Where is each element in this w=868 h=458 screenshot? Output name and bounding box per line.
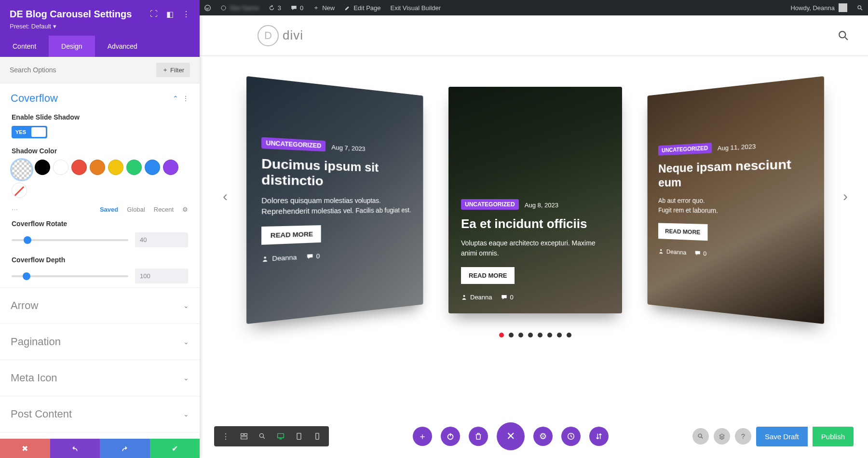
adminbar-search[interactable] [852,0,868,15]
slider-depth[interactable] [12,275,128,277]
panel-title: DE Blog Carousel Settings [10,9,146,20]
section-pagination[interactable]: Pagination⌄ [0,323,200,360]
pagination-dot[interactable] [528,333,533,337]
slider-rotate[interactable] [12,239,128,241]
svg-rect-7 [241,433,244,435]
exit-visual-builder[interactable]: Exit Visual Builder [386,0,446,15]
cancel-button[interactable]: ✖ [0,439,50,458]
wp-logo[interactable] [200,0,216,15]
redo-button[interactable] [100,439,150,458]
undo-button[interactable] [50,439,100,458]
chevron-up-icon[interactable]: ⌃ [173,94,178,102]
section-post-content[interactable]: Post Content⌄ [0,396,200,432]
desktop-icon[interactable] [272,428,289,445]
settings-button[interactable]: ⚙ [533,427,553,446]
carousel-card[interactable]: UNCATEGORIZEDAug 11, 2023 Neque ipsam ne… [648,76,824,324]
swatch-tab-global[interactable]: Global [127,206,145,213]
tab-advanced[interactable]: Advanced [95,36,150,57]
pagination-dot[interactable] [518,333,523,337]
redo-icon [121,445,129,452]
page-search-icon[interactable] [838,30,849,41]
drag-handle-icon[interactable]: ⋯ [12,206,19,213]
comments-meta: 0 [501,294,514,301]
help-button[interactable]: ? [735,428,751,445]
filter-button[interactable]: ＋Filter [156,63,190,77]
section-options-icon[interactable]: ⋮ [182,94,189,102]
swatch-color[interactable] [90,160,105,175]
tab-content[interactable]: Content [0,36,49,57]
save-draft-button[interactable]: Save Draft [756,427,808,446]
read-more-button[interactable]: READ MORE [658,223,708,241]
tablet-icon[interactable] [290,428,308,445]
close-builder-button[interactable]: ✕ [497,422,525,450]
pagination-dot[interactable] [557,333,562,337]
zoom-icon[interactable] [254,428,271,445]
author-meta: Deanna [261,254,297,263]
toggle-enable-shadow[interactable]: YES [12,126,47,138]
swatch-color[interactable] [145,160,160,175]
carousel-prev[interactable]: ‹ [223,188,228,204]
dock-icon[interactable]: ◧ [166,10,174,19]
swatch-settings-icon[interactable]: ⚙ [182,206,188,213]
pagination-dot[interactable] [509,333,514,337]
pagination-dot[interactable] [547,333,552,337]
more-icon[interactable]: ⋮ [182,10,190,19]
layers-button[interactable] [714,428,730,445]
input-depth-value[interactable] [135,269,188,283]
undo-icon [71,445,79,452]
section-arrow[interactable]: Arrow⌄ [0,287,200,323]
builder-actions: ＋ ✕ ⚙ [413,422,609,450]
swatch-transparent[interactable] [12,160,32,180]
comments-meta: 0 [306,253,320,261]
swatch-color[interactable] [108,160,123,175]
sort-button[interactable] [589,427,609,446]
comments-item[interactable]: 0 [286,0,308,15]
section-meta-icon[interactable]: Meta Icon⌄ [0,360,200,396]
read-more-button[interactable]: READ MORE [461,267,515,284]
swatch-color[interactable] [35,160,50,175]
section-coverflow-header[interactable]: Coverflow ⌃ ⋮ [0,83,200,108]
carousel-card[interactable]: UNCATEGORIZEDAug 7, 2023 Ducimus ipsum s… [246,76,423,324]
swatch-color[interactable] [126,160,142,175]
pagination-dot[interactable] [567,333,571,337]
confirm-button[interactable]: ✔ [150,439,200,458]
trash-button[interactable] [469,427,488,446]
history-button[interactable] [561,427,581,446]
more-icon[interactable]: ⋮ [217,428,234,445]
edit-page-item[interactable]: Edit Page [339,0,385,15]
updates-item[interactable]: 3 [264,0,286,15]
new-item[interactable]: ＋New [308,0,339,15]
wireframe-icon[interactable] [235,428,253,445]
swatch-color[interactable] [71,160,87,175]
find-button[interactable] [692,428,709,445]
preset-selector[interactable]: Preset: Default ▾ [10,23,190,30]
svg-point-1 [221,5,226,10]
avatar [839,3,847,12]
carousel-card[interactable]: UNCATEGORIZEDAug 8, 2023 Ea et incidunt … [448,87,622,313]
howdy-user[interactable]: Howdy, Deanna [786,3,852,12]
section-category[interactable]: Category⌄ [0,432,200,439]
tab-design[interactable]: Design [49,36,95,57]
power-button[interactable] [441,427,460,446]
site-name[interactable]: Site Name [216,0,264,15]
input-rotate-value[interactable] [135,232,188,247]
read-more-button[interactable]: READ MORE [261,225,321,245]
swatch-color[interactable] [53,160,68,175]
swatch-tab-recent[interactable]: Recent [154,206,174,213]
site-logo[interactable]: D divi [258,25,303,46]
svg-rect-12 [297,433,301,440]
settings-panel: DE Blog Carousel Settings ⛶ ◧ ⋮ Preset: … [0,0,200,458]
mobile-icon[interactable] [309,428,326,445]
swatch-color[interactable] [163,160,178,175]
carousel-next[interactable]: › [843,188,848,204]
comment-icon [306,253,313,260]
add-button[interactable]: ＋ [413,427,432,446]
search-input[interactable] [10,66,156,74]
swatch-none[interactable] [12,183,27,198]
pagination-dot[interactable] [499,333,504,337]
publish-button[interactable]: Publish [813,427,854,446]
focus-icon[interactable]: ⛶ [150,10,158,19]
swatch-tab-saved[interactable]: Saved [100,206,118,213]
pencil-icon [344,5,351,11]
pagination-dot[interactable] [538,333,542,337]
